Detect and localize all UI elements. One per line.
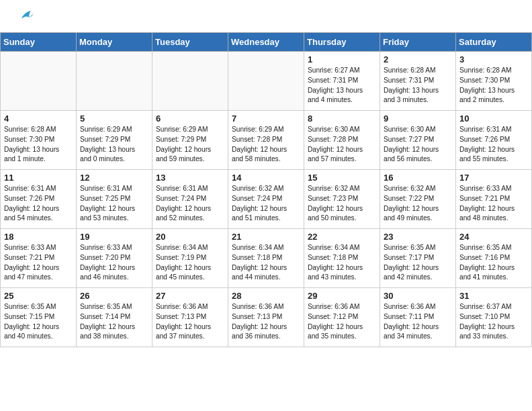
calendar-day-cell: 17Sunrise: 6:33 AM Sunset: 7:21 PM Dayli…	[456, 170, 532, 229]
calendar-day-cell	[152, 52, 228, 111]
calendar-day-cell: 30Sunrise: 6:36 AM Sunset: 7:11 PM Dayli…	[380, 288, 456, 347]
day-info: Sunrise: 6:34 AM Sunset: 7:19 PM Dayligh…	[156, 243, 224, 283]
day-info: Sunrise: 6:29 AM Sunset: 7:29 PM Dayligh…	[156, 125, 224, 165]
col-header-saturday: Saturday	[456, 33, 532, 52]
calendar-week-row: 4Sunrise: 6:28 AM Sunset: 7:30 PM Daylig…	[1, 111, 532, 170]
day-number: 23	[384, 232, 452, 242]
calendar-day-cell: 9Sunrise: 6:30 AM Sunset: 7:27 PM Daylig…	[380, 111, 456, 170]
day-number: 14	[232, 173, 300, 183]
day-number: 9	[384, 113, 452, 124]
calendar-day-cell: 5Sunrise: 6:29 AM Sunset: 7:29 PM Daylig…	[77, 111, 152, 170]
calendar-week-row: 25Sunrise: 6:35 AM Sunset: 7:15 PM Dayli…	[1, 288, 532, 347]
day-info: Sunrise: 6:28 AM Sunset: 7:30 PM Dayligh…	[4, 125, 73, 165]
calendar-day-cell: 2Sunrise: 6:28 AM Sunset: 7:31 PM Daylig…	[380, 52, 456, 111]
day-info: Sunrise: 6:32 AM Sunset: 7:23 PM Dayligh…	[308, 184, 376, 224]
day-number: 21	[232, 232, 300, 242]
calendar-day-cell: 29Sunrise: 6:36 AM Sunset: 7:12 PM Dayli…	[304, 288, 380, 347]
col-header-monday: Monday	[77, 33, 152, 52]
day-number: 7	[232, 113, 300, 124]
day-number: 25	[4, 291, 73, 301]
day-info: Sunrise: 6:36 AM Sunset: 7:11 PM Dayligh…	[384, 302, 452, 342]
day-info: Sunrise: 6:31 AM Sunset: 7:26 PM Dayligh…	[459, 125, 528, 165]
calendar-day-cell: 12Sunrise: 6:31 AM Sunset: 7:25 PM Dayli…	[77, 170, 152, 229]
calendar-day-cell: 25Sunrise: 6:35 AM Sunset: 7:15 PM Dayli…	[1, 288, 77, 347]
calendar-day-cell: 16Sunrise: 6:32 AM Sunset: 7:22 PM Dayli…	[380, 170, 456, 229]
calendar-table: SundayMondayTuesdayWednesdayThursdayFrid…	[0, 32, 532, 347]
day-number: 11	[4, 173, 73, 183]
calendar-day-cell: 20Sunrise: 6:34 AM Sunset: 7:19 PM Dayli…	[152, 229, 228, 288]
calendar-week-row: 11Sunrise: 6:31 AM Sunset: 7:26 PM Dayli…	[1, 170, 532, 229]
calendar-day-cell: 28Sunrise: 6:36 AM Sunset: 7:13 PM Dayli…	[228, 288, 304, 347]
day-number: 6	[156, 113, 224, 124]
day-number: 8	[308, 113, 376, 124]
day-number: 3	[459, 54, 528, 64]
page-header	[0, 0, 532, 32]
day-info: Sunrise: 6:33 AM Sunset: 7:20 PM Dayligh…	[80, 243, 148, 283]
day-number: 29	[308, 291, 376, 301]
day-number: 19	[80, 232, 148, 242]
day-info: Sunrise: 6:34 AM Sunset: 7:18 PM Dayligh…	[232, 243, 300, 283]
col-header-sunday: Sunday	[1, 33, 77, 52]
day-info: Sunrise: 6:31 AM Sunset: 7:25 PM Dayligh…	[80, 184, 148, 224]
day-number: 4	[4, 113, 73, 124]
day-info: Sunrise: 6:35 AM Sunset: 7:15 PM Dayligh…	[4, 302, 73, 342]
day-info: Sunrise: 6:36 AM Sunset: 7:13 PM Dayligh…	[156, 302, 224, 342]
day-info: Sunrise: 6:29 AM Sunset: 7:29 PM Dayligh…	[80, 125, 148, 165]
day-info: Sunrise: 6:27 AM Sunset: 7:31 PM Dayligh…	[308, 66, 376, 105]
day-number: 31	[459, 291, 528, 301]
calendar-day-cell: 13Sunrise: 6:31 AM Sunset: 7:24 PM Dayli…	[152, 170, 228, 229]
day-info: Sunrise: 6:29 AM Sunset: 7:28 PM Dayligh…	[232, 125, 300, 165]
calendar-week-row: 1Sunrise: 6:27 AM Sunset: 7:31 PM Daylig…	[1, 52, 532, 111]
calendar-day-cell: 11Sunrise: 6:31 AM Sunset: 7:26 PM Dayli…	[1, 170, 77, 229]
day-number: 18	[4, 232, 73, 242]
calendar-day-cell: 26Sunrise: 6:35 AM Sunset: 7:14 PM Dayli…	[77, 288, 152, 347]
calendar-day-cell: 7Sunrise: 6:29 AM Sunset: 7:28 PM Daylig…	[228, 111, 304, 170]
calendar-day-cell	[77, 52, 152, 111]
calendar-week-row: 18Sunrise: 6:33 AM Sunset: 7:21 PM Dayli…	[1, 229, 532, 288]
day-info: Sunrise: 6:34 AM Sunset: 7:18 PM Dayligh…	[308, 243, 376, 283]
day-info: Sunrise: 6:35 AM Sunset: 7:14 PM Dayligh…	[80, 302, 148, 342]
day-number: 30	[384, 291, 452, 301]
calendar-day-cell: 19Sunrise: 6:33 AM Sunset: 7:20 PM Dayli…	[77, 229, 152, 288]
day-number: 22	[308, 232, 376, 242]
calendar-day-cell: 3Sunrise: 6:28 AM Sunset: 7:30 PM Daylig…	[456, 52, 532, 111]
calendar-day-cell: 8Sunrise: 6:30 AM Sunset: 7:28 PM Daylig…	[304, 111, 380, 170]
calendar-day-cell: 27Sunrise: 6:36 AM Sunset: 7:13 PM Dayli…	[152, 288, 228, 347]
calendar-header-row: SundayMondayTuesdayWednesdayThursdayFrid…	[1, 33, 532, 52]
calendar-day-cell: 31Sunrise: 6:37 AM Sunset: 7:10 PM Dayli…	[456, 288, 532, 347]
day-info: Sunrise: 6:35 AM Sunset: 7:16 PM Dayligh…	[459, 243, 528, 283]
day-info: Sunrise: 6:31 AM Sunset: 7:24 PM Dayligh…	[156, 184, 224, 224]
day-number: 5	[80, 113, 148, 124]
day-info: Sunrise: 6:37 AM Sunset: 7:10 PM Dayligh…	[459, 302, 528, 342]
day-info: Sunrise: 6:32 AM Sunset: 7:24 PM Dayligh…	[232, 184, 300, 224]
col-header-thursday: Thursday	[304, 33, 380, 52]
day-info: Sunrise: 6:30 AM Sunset: 7:28 PM Dayligh…	[308, 125, 376, 165]
day-info: Sunrise: 6:36 AM Sunset: 7:12 PM Dayligh…	[308, 302, 376, 342]
day-info: Sunrise: 6:31 AM Sunset: 7:26 PM Dayligh…	[4, 184, 73, 224]
day-number: 1	[308, 54, 376, 64]
logo	[13, 12, 36, 27]
day-info: Sunrise: 6:33 AM Sunset: 7:21 PM Dayligh…	[4, 243, 73, 283]
day-number: 27	[156, 291, 224, 301]
logo-bird-icon	[16, 7, 36, 27]
day-number: 2	[384, 54, 452, 64]
calendar-day-cell: 14Sunrise: 6:32 AM Sunset: 7:24 PM Dayli…	[228, 170, 304, 229]
day-info: Sunrise: 6:32 AM Sunset: 7:22 PM Dayligh…	[384, 184, 452, 224]
day-number: 28	[232, 291, 300, 301]
calendar-day-cell: 15Sunrise: 6:32 AM Sunset: 7:23 PM Dayli…	[304, 170, 380, 229]
day-number: 20	[156, 232, 224, 242]
calendar-day-cell: 24Sunrise: 6:35 AM Sunset: 7:16 PM Dayli…	[456, 229, 532, 288]
calendar-day-cell: 22Sunrise: 6:34 AM Sunset: 7:18 PM Dayli…	[304, 229, 380, 288]
day-info: Sunrise: 6:35 AM Sunset: 7:17 PM Dayligh…	[384, 243, 452, 283]
calendar-day-cell: 23Sunrise: 6:35 AM Sunset: 7:17 PM Dayli…	[380, 229, 456, 288]
day-info: Sunrise: 6:30 AM Sunset: 7:27 PM Dayligh…	[384, 125, 452, 165]
calendar-day-cell: 6Sunrise: 6:29 AM Sunset: 7:29 PM Daylig…	[152, 111, 228, 170]
day-number: 24	[459, 232, 528, 242]
col-header-wednesday: Wednesday	[228, 33, 304, 52]
day-info: Sunrise: 6:28 AM Sunset: 7:31 PM Dayligh…	[384, 66, 452, 105]
col-header-friday: Friday	[380, 33, 456, 52]
day-info: Sunrise: 6:36 AM Sunset: 7:13 PM Dayligh…	[232, 302, 300, 342]
col-header-tuesday: Tuesday	[152, 33, 228, 52]
day-info: Sunrise: 6:28 AM Sunset: 7:30 PM Dayligh…	[459, 66, 528, 105]
day-number: 13	[156, 173, 224, 183]
